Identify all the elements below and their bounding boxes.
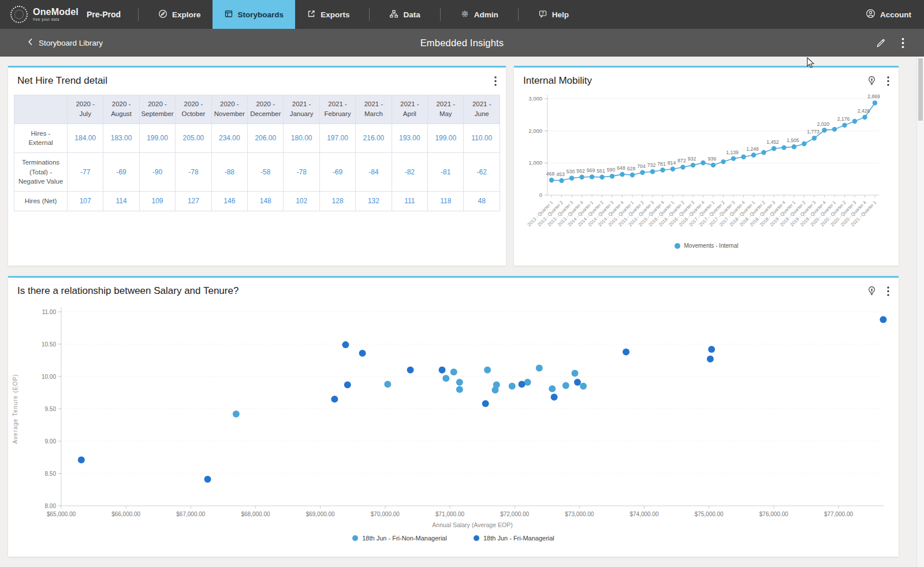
scatter-point[interactable] [450,368,457,375]
line-data-point[interactable] [852,119,857,124]
x-axis-tick-label: $76,000.00 [759,511,788,517]
line-data-point[interactable] [781,145,786,150]
line-data-point[interactable] [650,169,655,174]
line-data-point[interactable] [822,128,826,132]
toolbar-kebab-menu-icon[interactable] [901,38,904,49]
scatter-point[interactable] [407,367,414,374]
scatter-point[interactable] [623,348,629,355]
scatter-legend-item-managerial[interactable]: 18th Jun - Fri-Managerial [474,535,554,542]
line-data-point[interactable] [680,165,685,169]
scatter-point[interactable] [580,383,587,390]
line-data-point[interactable] [751,152,756,157]
table-column-header: 2021 -May [428,95,464,124]
line-data-point[interactable] [630,173,635,177]
scatter-point[interactable] [384,381,391,387]
line-data-point[interactable] [721,159,725,164]
brand-logo[interactable]: OneModel free your data [0,0,87,29]
scatter-point[interactable] [456,386,463,393]
line-data-point[interactable] [842,123,847,128]
line-data-point[interactable] [741,155,746,159]
panel-kebab-menu-icon[interactable] [887,286,889,296]
line-data-point[interactable] [610,174,614,178]
scatter-point[interactable] [342,341,349,348]
scatter-point[interactable] [574,379,581,386]
panel-kebab-menu-icon[interactable] [494,76,497,86]
scatter-point[interactable] [551,394,558,401]
line-data-point[interactable] [802,141,806,146]
edit-pencil-icon[interactable] [875,38,886,49]
scatter-point[interactable] [493,382,500,389]
scatter-point[interactable] [708,346,715,353]
table-column-header: 2020 -October [176,95,211,124]
panel-kebab-menu-icon[interactable] [887,76,889,86]
data-point-label: 1,505 [787,137,799,143]
scatter-point[interactable] [204,476,211,483]
table-row-label: Terminations (Total) - Negative Value [14,152,68,191]
scatter-point[interactable] [456,379,463,386]
scatter-point[interactable] [536,364,543,371]
line-data-point[interactable] [832,127,837,132]
nav-item-help[interactable]: ? Help [527,0,580,29]
line-data-point[interactable] [549,178,554,182]
data-point-label: 590 [607,167,616,173]
x-axis-tick-label: $67,000.00 [176,511,205,517]
scatter-point[interactable] [233,411,240,417]
scatter-point[interactable] [482,400,489,407]
storyboards-icon [224,9,233,20]
line-data-point[interactable] [772,146,776,151]
scatter-point[interactable] [344,382,351,389]
line-data-point[interactable] [812,136,817,140]
scatter-point[interactable] [484,367,491,374]
scrollbar-thumb[interactable] [918,58,923,121]
line-data-point[interactable] [711,163,716,167]
nav-item-account[interactable]: Account [854,9,911,20]
line-data-point[interactable] [670,166,675,171]
scatter-point[interactable] [359,350,366,357]
line-data-point[interactable] [701,161,705,165]
nav-item-storyboards[interactable]: Storyboards [213,0,296,29]
scatter-point[interactable] [78,456,85,463]
line-data-point[interactable] [862,115,867,120]
line-data-point[interactable] [559,178,564,183]
line-data-point[interactable] [873,100,877,105]
legend-dot-icon [474,535,479,541]
line-data-point[interactable] [599,175,604,180]
y-axis-tick-label: 11.00 [42,309,57,315]
scatter-point[interactable] [549,385,556,392]
scatter-point[interactable] [707,356,714,363]
scatter-point[interactable] [519,381,526,387]
line-data-point[interactable] [792,144,796,149]
data-point-label: 814 [668,160,676,166]
scatter-point[interactable] [331,396,338,402]
scatter-point[interactable] [442,375,449,382]
nav-divider [440,8,441,21]
line-legend-item[interactable]: Movements - Internal [675,243,739,249]
scatter-point[interactable] [571,370,578,376]
y-axis-tick-label: 10.50 [42,341,56,348]
scatter-point[interactable] [880,316,886,323]
line-data-point[interactable] [660,167,665,172]
line-data-point[interactable] [579,175,584,180]
insight-lightbulb-icon[interactable] [867,76,877,86]
vertical-scrollbar[interactable] [916,57,924,567]
line-data-point[interactable] [590,174,594,179]
line-data-point[interactable] [691,163,695,167]
nav-item-explore[interactable]: Explore [147,0,213,29]
scatter-legend-item-non-managerial[interactable]: 18th Jun - Fri-Non-Managerial [352,535,447,542]
nav-item-data[interactable]: Data [378,0,431,29]
scatter-point[interactable] [562,382,569,389]
line-data-point[interactable] [640,170,644,175]
data-point-label: 781 [657,161,666,167]
table-value-cell: -78 [176,152,211,191]
scatter-point[interactable] [439,367,446,374]
y-axis-tick-label: 10.00 [42,374,56,380]
nav-item-exports[interactable]: Exports [295,0,361,29]
line-data-point[interactable] [761,150,766,155]
line-data-point[interactable] [620,172,624,177]
scatter-point[interactable] [509,383,516,390]
insight-lightbulb-icon[interactable] [867,286,877,296]
table-value-cell: 128 [319,191,355,211]
nav-item-admin[interactable]: Admin [449,0,510,29]
line-data-point[interactable] [569,176,574,180]
line-data-point[interactable] [731,156,736,161]
